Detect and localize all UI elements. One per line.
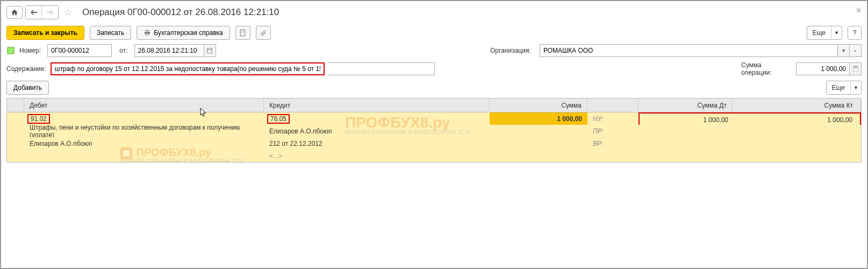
credit-account-cell[interactable]: 76.05 xyxy=(264,112,490,125)
more-label: Еще xyxy=(807,29,831,37)
dt-kt-highlight: 1 000,00 1 000,00 xyxy=(639,112,861,125)
svg-rect-4 xyxy=(207,48,212,53)
svg-rect-6 xyxy=(853,66,858,72)
arrow-left-icon xyxy=(31,10,37,15)
org-open-button[interactable]: ▫ xyxy=(850,44,862,57)
home-button[interactable] xyxy=(6,6,23,19)
org-label: Организация: xyxy=(490,47,533,54)
close-icon[interactable]: ✕ xyxy=(856,6,862,15)
col-debit-header[interactable]: Дебет xyxy=(24,98,264,112)
forward-button[interactable] xyxy=(42,6,58,19)
table-more-label: Еще xyxy=(827,84,850,91)
content-input[interactable] xyxy=(51,62,325,75)
debit-account-value: 91.02 xyxy=(27,114,50,124)
date-input[interactable] xyxy=(134,44,204,57)
credit-sub2-cell[interactable]: 212 от 22.12.2012 xyxy=(264,137,490,150)
register-button[interactable] xyxy=(235,26,250,40)
svg-rect-7 xyxy=(854,67,857,68)
sumdt-cell[interactable]: 1 000,00 xyxy=(640,114,734,126)
svg-rect-0 xyxy=(240,30,245,36)
table-row[interactable]: <...> xyxy=(7,150,861,162)
table-row[interactable]: Елизаров А.О.пбоюп 212 от 22.12.2012 ВР: xyxy=(7,137,861,150)
printer-icon xyxy=(144,30,151,36)
debit-sub1-cell[interactable]: Штрафы, пени и неустойки по хозяйственны… xyxy=(24,125,264,137)
date-label: от: xyxy=(119,47,127,54)
help-button[interactable]: ? xyxy=(848,26,862,40)
col-credit-header[interactable]: Кредит xyxy=(264,98,490,112)
number-label: Номер: xyxy=(19,47,41,54)
calculator-icon xyxy=(853,66,858,72)
col-sumkt-header[interactable]: Сумма Кт xyxy=(733,98,861,112)
chevron-down-icon: ▼ xyxy=(850,81,861,94)
col-sum-header[interactable]: Сумма xyxy=(490,98,587,112)
sumkt-cell[interactable]: 1 000,00 xyxy=(734,114,860,126)
home-icon xyxy=(11,9,18,16)
content-label: Содержание: xyxy=(6,65,44,73)
opsum-label: Сумма операции: xyxy=(741,61,790,76)
document-status-icon xyxy=(6,46,15,55)
row1-key: НУ: xyxy=(587,112,639,125)
save-button[interactable]: Записать xyxy=(90,26,131,40)
save-close-button[interactable]: Записать и закрыть xyxy=(6,26,84,40)
back-button[interactable] xyxy=(26,6,42,19)
register-icon xyxy=(239,29,247,37)
debit-sub2-cell[interactable]: Елизаров А.О.пбоюп xyxy=(24,137,264,150)
calendar-icon xyxy=(206,47,213,54)
date-picker-button[interactable] xyxy=(204,44,216,57)
sum-cell[interactable]: 1 000,00 xyxy=(490,112,587,125)
table-header: Дебет Кредит Сумма Сумма Дт Сумма Кт xyxy=(7,98,861,112)
attach-button[interactable] xyxy=(256,26,271,40)
content-input-ext[interactable] xyxy=(328,62,435,75)
credit-sub3-cell[interactable]: <...> xyxy=(264,150,490,162)
table-row[interactable]: Штрафы, пени и неустойки по хозяйственны… xyxy=(7,125,861,137)
paperclip-icon xyxy=(260,29,267,37)
svg-rect-3 xyxy=(8,47,14,54)
number-input[interactable] xyxy=(47,44,112,57)
org-input[interactable] xyxy=(540,44,838,57)
row2-key: ПР: xyxy=(587,125,639,137)
opsum-input[interactable] xyxy=(796,62,850,75)
credit-account-value: 76.05 xyxy=(267,114,290,124)
opsum-calc-button[interactable] xyxy=(850,62,862,75)
chevron-down-icon: ▼ xyxy=(831,26,842,39)
add-row-button[interactable]: Добавить xyxy=(6,81,49,95)
accounting-ref-button[interactable]: Бухгалтерская справка xyxy=(137,26,230,40)
page-title: Операция 0Г00-000012 от 26.08.2016 12:21… xyxy=(82,7,279,18)
accounting-ref-label: Бухгалтерская справка xyxy=(154,29,223,37)
credit-sub1-cell[interactable]: Елизаров А.О.пбоюп xyxy=(264,125,490,137)
org-dropdown-button[interactable]: ▼ xyxy=(838,44,850,57)
row3-key: ВР: xyxy=(587,137,639,150)
arrow-right-icon xyxy=(47,10,53,15)
more-button[interactable]: Еще ▼ xyxy=(807,26,842,40)
col-sumdt-header[interactable]: Сумма Дт xyxy=(639,98,733,112)
table-more-button[interactable]: Еще ▼ xyxy=(826,81,862,95)
favorite-star-icon[interactable]: ☆ xyxy=(61,6,74,19)
entries-table: Дебет Кредит Сумма Сумма Дт Сумма Кт 91.… xyxy=(6,98,862,162)
